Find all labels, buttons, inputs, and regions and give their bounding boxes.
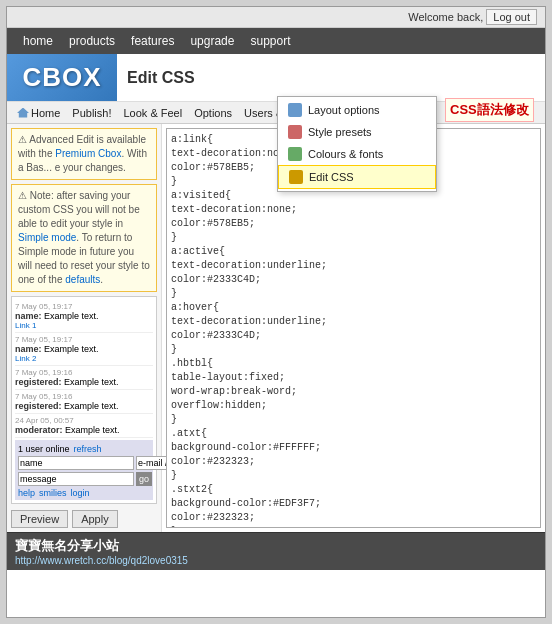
msg-name: name: — [15, 311, 44, 321]
inner-container: Welcome back, Log out home products feat… — [6, 6, 546, 618]
message-input-row: go — [18, 472, 150, 486]
nav-features[interactable]: features — [123, 28, 182, 54]
msg-time: 7 May 05, 19:17 — [15, 335, 153, 344]
dropdown-layout-label: Layout options — [308, 104, 380, 116]
msg-time: 24 Apr 05, 00:57 — [15, 416, 153, 425]
simple-mode-link[interactable]: Simple mode — [18, 232, 76, 243]
msg-text: Example text. — [64, 377, 119, 387]
logout-button[interactable]: Log out — [486, 9, 537, 25]
msg-link[interactable]: Link 2 — [15, 354, 153, 363]
preview-apply-row: Preview Apply — [11, 510, 157, 528]
dropdown-style-label: Style presets — [308, 126, 372, 138]
cbox-controls: 1 user online refresh — [18, 444, 150, 454]
msg-text: Example text. — [44, 344, 99, 354]
subnav-home[interactable]: Home — [11, 102, 66, 124]
dropdown-editcss[interactable]: Edit CSS — [278, 165, 436, 189]
layout-icon — [288, 103, 302, 117]
welcome-text: Welcome back, — [408, 11, 483, 23]
note-box: ⚠ Note: after saving your custom CSS you… — [11, 184, 157, 292]
subnav-look-label: Look & Feel — [123, 102, 182, 124]
msg-name: moderator: — [15, 425, 65, 435]
premium-link[interactable]: Premium Cbox — [55, 148, 121, 159]
dropdown-css-label: Edit CSS — [309, 171, 354, 183]
message-input[interactable] — [18, 472, 134, 486]
preview-button[interactable]: Preview — [11, 510, 68, 528]
nav-products[interactable]: products — [61, 28, 123, 54]
subnav-home-label: Home — [31, 102, 60, 124]
defaults-link[interactable]: defaults — [65, 274, 100, 285]
msg-name: registered: — [15, 401, 64, 411]
home-icon — [17, 108, 29, 118]
cbox-preview: 7 May 05, 19:17 name: Example text. Link… — [11, 296, 157, 504]
top-bar: Welcome back, Log out — [7, 7, 545, 28]
login-link[interactable]: login — [71, 488, 90, 498]
footer-title: 寶寶無名分享小站 — [15, 537, 537, 555]
message-row: 7 May 05, 19:17 name: Example text. Link… — [15, 300, 153, 333]
subnav-publish-label: Publish! — [72, 102, 111, 124]
msg-time: 7 May 05, 19:16 — [15, 392, 153, 401]
apply-button[interactable]: Apply — [72, 510, 118, 528]
name-input[interactable] — [18, 456, 134, 470]
message-row: 7 May 05, 19:17 name: Example text. Link… — [15, 333, 153, 366]
subnav-publish[interactable]: Publish! — [66, 102, 117, 124]
msg-link[interactable]: Link 1 — [15, 321, 153, 330]
message-row: 7 May 05, 19:16 registered: Example text… — [15, 366, 153, 390]
user-online-count: 1 user online — [18, 444, 70, 454]
msg-name: name: — [15, 344, 44, 354]
nav-support[interactable]: support — [242, 28, 298, 54]
msg-text: Example text. — [44, 311, 99, 321]
subnav-look[interactable]: Look & Feel — [117, 102, 188, 124]
logo-area: CBOX — [7, 54, 117, 101]
dropdown-menu: Layout options Style presets Colours & f… — [277, 96, 437, 192]
msg-text: Example text. — [65, 425, 120, 435]
dropdown-colours-label: Colours & fonts — [308, 148, 383, 160]
go-button[interactable]: go — [136, 472, 152, 486]
footer: 寶寶無名分享小站 http://www.wretch.cc/blog/qd2lo… — [7, 532, 545, 570]
help-link[interactable]: help — [18, 488, 35, 498]
alert-icon: ⚠ — [18, 134, 27, 145]
footer-url: http://www.wretch.cc/blog/qd2love0315 — [15, 555, 537, 566]
cbox-links: help smilies login — [18, 488, 150, 498]
dropdown-style[interactable]: Style presets — [278, 121, 436, 143]
page-title: Edit CSS — [117, 54, 545, 101]
refresh-link[interactable]: refresh — [74, 444, 102, 454]
outer-border: Welcome back, Log out home products feat… — [0, 0, 552, 624]
smilies-link[interactable]: smilies — [39, 488, 67, 498]
left-panel: ⚠ Advanced Edit is available with the Pr… — [7, 124, 162, 532]
cbox-status-bar: 1 user online refresh go help — [15, 440, 153, 500]
msg-time: 7 May 05, 19:16 — [15, 368, 153, 377]
main-content: ⚠ Advanced Edit is available with the Pr… — [7, 124, 545, 532]
logo: CBOX — [22, 62, 101, 93]
style-icon — [288, 125, 302, 139]
dropdown-colours[interactable]: Colours & fonts — [278, 143, 436, 165]
name-input-row — [18, 456, 150, 470]
premium-alert: ⚠ Advanced Edit is available with the Pr… — [11, 128, 157, 180]
msg-name: registered: — [15, 377, 64, 387]
note-icon: ⚠ — [18, 190, 27, 201]
subnav-options-label: Options — [194, 102, 232, 124]
css-icon — [289, 170, 303, 184]
nav-upgrade[interactable]: upgrade — [182, 28, 242, 54]
subnav-options[interactable]: Options — [188, 102, 238, 124]
message-row: 7 May 05, 19:16 registered: Example text… — [15, 390, 153, 414]
dropdown-layout[interactable]: Layout options — [278, 99, 436, 121]
nav-home[interactable]: home — [15, 28, 61, 54]
header-section: CBOX Edit CSS Layout options Style prese… — [7, 54, 545, 102]
msg-time: 7 May 05, 19:17 — [15, 302, 153, 311]
msg-text: Example text. — [64, 401, 119, 411]
css-note: CSS語法修改 — [445, 98, 534, 122]
colour-icon — [288, 147, 302, 161]
message-row: 24 Apr 05, 00:57 moderator: Example text… — [15, 414, 153, 438]
nav-bar: home products features upgrade support — [7, 28, 545, 54]
